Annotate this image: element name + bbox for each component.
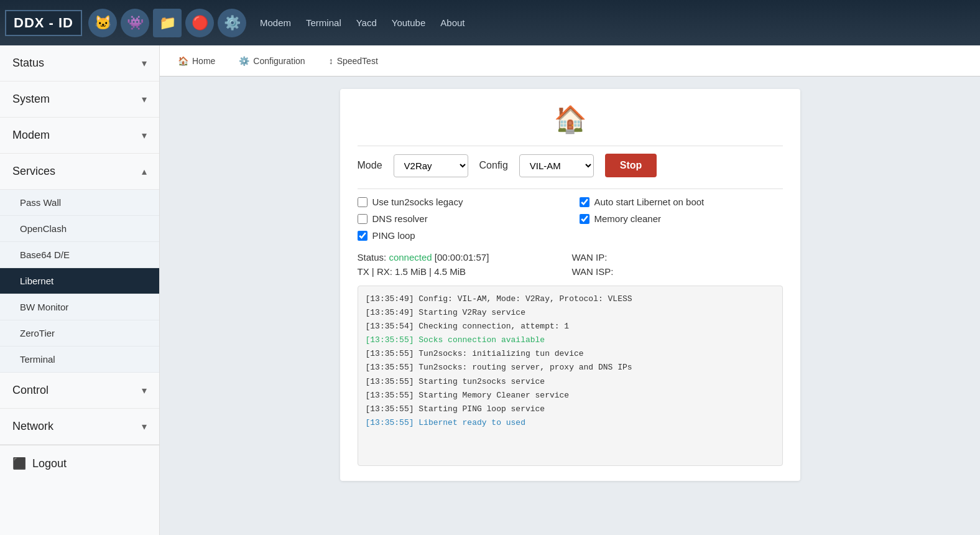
log-line: [13:35:49] Starting V2Ray service [366, 306, 775, 320]
sidebar-label-control: Control [12, 384, 49, 397]
topbar-menu: Modem Terminal Yacd Youtube About [252, 0, 473, 45]
tab-home[interactable]: 🏠 Home [167, 50, 226, 72]
home-tab-icon: 🏠 [178, 56, 188, 66]
checkbox-tun2socks: Use tun2socks legacy [358, 197, 561, 207]
topbar-icons: 🐱 👾 📁 🔴 ⚙️ [88, 9, 246, 37]
speedtest-tab-label: SpeedTest [337, 56, 378, 66]
tx-rx-label: TX | RX: [358, 266, 392, 277]
checkbox-memory-label: Memory cleaner [594, 213, 662, 224]
wan-ip-area: WAN IP: [572, 252, 783, 263]
chevron-up-icon: ▴ [142, 165, 147, 177]
logout-icon: ⬛ [12, 457, 26, 470]
home-icon: 🏠 [358, 104, 783, 134]
status-value: connected [389, 252, 432, 263]
log-line: [13:35:55] Socks connection available [366, 333, 775, 347]
topbar-menu-youtube[interactable]: Youtube [384, 0, 433, 45]
status-left: Status: connected [00:00:01:57] [358, 252, 568, 263]
sidebar-sub-libernet[interactable]: Libernet [0, 268, 159, 294]
checkbox-ping: PING loop [358, 230, 561, 241]
config-tab-icon: ⚙️ [239, 56, 249, 66]
checkbox-ping-input[interactable] [358, 231, 368, 241]
config-label: Config [479, 160, 508, 171]
checkbox-tun2socks-input[interactable] [358, 197, 368, 207]
checkbox-dns: DNS resolver [358, 213, 561, 224]
tabbar: 🏠 Home ⚙️ Configuration ↕ SpeedTest [160, 45, 980, 77]
topbar-menu-about[interactable]: About [433, 0, 472, 45]
tab-speedtest[interactable]: ↕ SpeedTest [318, 50, 389, 72]
log-line: [13:35:55] Starting PING loop service [366, 402, 775, 416]
status-time: [00:00:01:57] [435, 252, 489, 263]
checkbox-dns-input[interactable] [358, 214, 368, 224]
mode-select[interactable]: V2Ray Trojan SSR SSH [394, 154, 468, 177]
checkbox-memory: Memory cleaner [580, 213, 783, 224]
checkbox-memory-input[interactable] [580, 214, 589, 224]
checkbox-tun2socks-label: Use tun2socks legacy [372, 197, 463, 207]
divider-2 [358, 188, 783, 189]
sidebar-label-system: System [12, 93, 50, 106]
home-tab-label: Home [192, 56, 215, 66]
sidebar-item-control[interactable]: Control ▾ [0, 373, 159, 409]
sidebar-item-status[interactable]: Status ▾ [0, 45, 159, 81]
config-select[interactable]: VIL-AM VIL-EU VIL-US [519, 154, 594, 177]
sidebar-sub-bw-monitor[interactable]: BW Monitor [0, 294, 159, 320]
checkbox-autostart: Auto start Libernet on boot [580, 197, 783, 207]
sidebar: Status ▾ System ▾ Modem ▾ Services ▴ Pas… [0, 45, 160, 535]
log-line: [13:35:49] Config: VIL-AM, Mode: V2Ray, … [366, 292, 775, 306]
wan-isp-label: WAN ISP: [572, 266, 614, 277]
status-label: Status: [358, 252, 387, 263]
pacman-icon[interactable]: 👾 [121, 9, 149, 37]
badge-icon[interactable]: 🔴 [185, 9, 214, 37]
sidebar-item-services[interactable]: Services ▴ [0, 154, 159, 190]
topbar-menu-terminal[interactable]: Terminal [298, 0, 349, 45]
sidebar-label-modem: Modem [12, 129, 50, 142]
sidebar-label-status: Status [12, 57, 44, 70]
sidebar-sub-pass-wall[interactable]: Pass Wall [0, 190, 159, 216]
tab-configuration[interactable]: ⚙️ Configuration [228, 50, 315, 72]
checkbox-ping-label: PING loop [372, 230, 415, 241]
tx-rx-area: TX | RX: 1.5 MiB | 4.5 MiB [358, 266, 568, 277]
sidebar-item-modem[interactable]: Modem ▾ [0, 118, 159, 154]
speedtest-tab-icon: ↕ [329, 56, 333, 66]
sidebar-sub-base64[interactable]: Base64 D/E [0, 242, 159, 268]
chevron-down-icon: ▾ [142, 384, 147, 396]
content-area: 🏠 Home ⚙️ Configuration ↕ SpeedTest 🏠 Mo… [160, 45, 980, 535]
config-tab-label: Configuration [253, 56, 305, 66]
sidebar-label-network: Network [12, 420, 53, 433]
logout-label: Logout [32, 457, 67, 470]
sidebar-sub-zerotier[interactable]: ZeroTier [0, 320, 159, 347]
stop-button[interactable]: Stop [605, 154, 657, 177]
log-line: [13:35:55] Tun2socks: initializing tun d… [366, 347, 775, 361]
checkbox-autostart-label: Auto start Libernet on boot [594, 197, 705, 207]
log-line: [13:35:54] Checking connection, attempt:… [366, 320, 775, 333]
status-section: Status: connected [00:00:01:57] WAN IP: … [358, 252, 783, 277]
mode-label: Mode [358, 160, 382, 171]
wan-ip-label: WAN IP: [572, 252, 608, 263]
log-line: [13:35:55] Starting Memory Cleaner servi… [366, 389, 775, 402]
logo: DDX - ID [5, 10, 82, 36]
wan-isp-area: WAN ISP: [572, 266, 783, 277]
log-box[interactable]: [13:35:49] Config: VIL-AM, Mode: V2Ray, … [358, 286, 783, 466]
sidebar-sub-terminal[interactable]: Terminal [0, 347, 159, 373]
checkbox-autostart-input[interactable] [580, 197, 589, 207]
log-line: [13:35:55] Libernet ready to used [366, 416, 775, 430]
mode-row: Mode V2Ray Trojan SSR SSH Config VIL-AM … [358, 154, 783, 177]
chevron-down-icon: ▾ [142, 129, 147, 141]
main-layout: Status ▾ System ▾ Modem ▾ Services ▴ Pas… [0, 45, 980, 535]
sidebar-item-system[interactable]: System ▾ [0, 81, 159, 118]
topbar-menu-yacd[interactable]: Yacd [349, 0, 384, 45]
chevron-down-icon: ▾ [142, 57, 147, 69]
sidebar-label-services: Services [12, 165, 55, 178]
topbar: DDX - ID 🐱 👾 📁 🔴 ⚙️ Modem Terminal Yacd … [0, 0, 980, 45]
log-line: [13:35:55] Starting tun2socks service [366, 375, 775, 389]
home-card: 🏠 Mode V2Ray Trojan SSR SSH Config VIL-A… [340, 89, 800, 481]
log-line: [13:35:55] Tun2socks: routing server, pr… [366, 361, 775, 374]
topbar-menu-modem[interactable]: Modem [252, 0, 298, 45]
divider [358, 146, 783, 146]
folder-icon[interactable]: 📁 [153, 9, 182, 37]
cat-icon[interactable]: 🐱 [88, 9, 117, 37]
gear-icon[interactable]: ⚙️ [218, 9, 246, 37]
tx-rx-value: 1.5 MiB | 4.5 MiB [395, 266, 466, 277]
sidebar-item-network[interactable]: Network ▾ [0, 409, 159, 445]
sidebar-sub-openclash[interactable]: OpenClash [0, 216, 159, 242]
logout-button[interactable]: ⬛ Logout [0, 445, 159, 482]
